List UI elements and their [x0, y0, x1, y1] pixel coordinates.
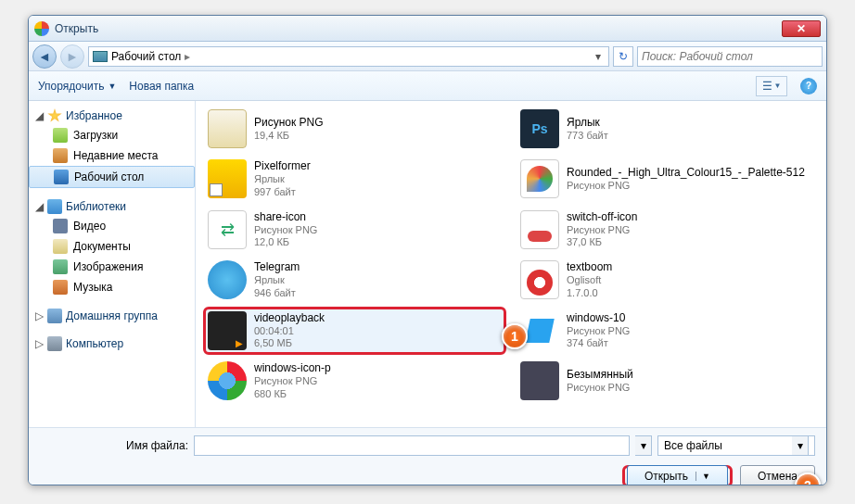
dialog-footer: Имя файла: ▾ Все файлы▾ Открыть ▼ Отмена… [29, 427, 826, 485]
file-item[interactable]: textboomOglisoft1.7.0.0 [516, 256, 819, 305]
file-subtext: Ярлык [254, 274, 300, 287]
file-name: share-icon [254, 210, 317, 224]
file-name: windows-icon-p [254, 361, 331, 375]
breadcrumb-dropdown[interactable]: ▾ [592, 50, 605, 63]
filetype-filter[interactable]: Все файлы▾ [657, 435, 815, 456]
file-subtext: 00:04:01 [254, 325, 325, 338]
file-thumbnail-icon [520, 361, 559, 400]
file-subtext: 680 КБ [254, 388, 331, 401]
file-thumbnail-icon [520, 210, 559, 249]
file-subtext: 6,50 МБ [254, 337, 325, 350]
expand-icon: ▷ [34, 309, 44, 322]
new-folder-button[interactable]: Новая папка [129, 80, 194, 93]
file-name: Rounded_-_High_Ultra_Colour15_-_Palette-… [567, 166, 805, 180]
file-name: Безымянный [567, 368, 633, 382]
libraries-icon [47, 199, 62, 214]
file-name: windows-10 [567, 311, 630, 325]
open-split-dropdown[interactable]: ▼ [695, 472, 710, 481]
sidebar-item-music[interactable]: Музыка [29, 277, 195, 297]
open-dialog: Открыть ✕ ◄ ► Рабочий стол ▸ ▾ ↻ Упорядо… [28, 15, 827, 485]
recent-icon [53, 148, 68, 163]
filename-history-dropdown[interactable]: ▾ [635, 435, 652, 456]
toolbar: Упорядочить▼ Новая папка ☰▼ ? [29, 71, 826, 101]
file-subtext: 1.7.0.0 [567, 287, 612, 300]
file-subtext: Рисунок PNG [567, 180, 805, 193]
close-button[interactable]: ✕ [782, 20, 821, 37]
homegroup-icon [47, 309, 62, 323]
file-name: Telegram [254, 260, 300, 274]
file-thumbnail-icon [208, 159, 247, 198]
file-item[interactable]: БезымянныйРисунок PNG [516, 357, 819, 406]
file-item[interactable]: windows-icon-pРисунок PNG680 КБ [203, 357, 506, 406]
file-item[interactable]: PixelformerЯрлык997 байт [203, 155, 506, 204]
file-thumbnail-icon [208, 361, 247, 400]
forward-button[interactable]: ► [60, 44, 84, 69]
file-subtext: 19,4 КБ [254, 130, 324, 143]
file-item[interactable]: windows-10Рисунок PNG374 байт [516, 307, 819, 356]
file-item[interactable]: PsЯрлык773 байт [516, 105, 819, 153]
file-name: Pixelformer [254, 159, 311, 173]
file-subtext: 37,0 КБ [567, 236, 637, 249]
downloads-icon [53, 128, 68, 143]
file-subtext: Рисунок PNG [567, 382, 633, 395]
file-item[interactable]: Рисунок PNG19,4 КБ [203, 105, 506, 153]
file-item[interactable]: ⇄share-iconРисунок PNG12,0 КБ [203, 206, 506, 255]
file-thumbnail-icon [520, 260, 559, 299]
file-name: switch-off-icon [567, 210, 637, 224]
file-subtext: 374 байт [567, 337, 630, 350]
music-icon [53, 280, 68, 295]
search-input[interactable] [637, 46, 823, 67]
file-name: textboom [567, 260, 612, 274]
sidebar-item-video[interactable]: Видео [29, 216, 195, 236]
file-thumbnail-icon: Ps [520, 109, 559, 148]
file-item[interactable]: switch-off-iconРисунок PNG37,0 КБ [516, 206, 819, 255]
help-button[interactable]: ? [800, 78, 817, 94]
titlebar: Открыть ✕ [29, 16, 826, 42]
video-icon [53, 219, 68, 233]
callout-1: 1 [502, 323, 528, 349]
sidebar-item-downloads[interactable]: Загрузки [29, 125, 195, 145]
sidebar-computer[interactable]: ▷ Компьютер [29, 334, 195, 353]
chevron-right-icon[interactable]: ▸ [185, 50, 190, 63]
file-thumbnail-icon: ⇄ [208, 210, 247, 249]
open-button[interactable]: Открыть ▼ [627, 465, 728, 485]
organize-menu[interactable]: Упорядочить▼ [38, 80, 116, 93]
nav-bar: ◄ ► Рабочий стол ▸ ▾ ↻ [29, 42, 826, 71]
file-subtext: Oglisoft [567, 274, 612, 287]
sidebar-favorites[interactable]: ◢ Избранное [29, 107, 195, 125]
file-name: Рисунок PNG [254, 116, 324, 130]
sidebar-item-documents[interactable]: Документы [29, 236, 195, 257]
sidebar-item-desktop[interactable]: Рабочий стол [29, 166, 195, 188]
file-thumbnail-icon [208, 311, 247, 350]
filename-input[interactable] [194, 435, 630, 456]
computer-icon [47, 336, 62, 351]
file-thumbnail-icon [208, 260, 247, 299]
view-options-button[interactable]: ☰▼ [756, 76, 787, 96]
breadcrumb[interactable]: Рабочий стол ▸ ▾ [88, 46, 609, 67]
back-button[interactable]: ◄ [32, 44, 57, 69]
chrome-icon [34, 21, 49, 36]
desktop-icon [93, 51, 108, 62]
file-subtext: 946 байт [254, 287, 300, 300]
file-list: Рисунок PNG19,4 КБPsЯрлык773 байтPixelfo… [196, 101, 826, 427]
sidebar-homegroup[interactable]: ▷ Домашняя группа [29, 307, 195, 325]
file-thumbnail-icon [520, 159, 559, 198]
sidebar-item-recent[interactable]: Недавние места [29, 145, 195, 166]
file-name: Ярлык [567, 116, 608, 130]
file-subtext: Рисунок PNG [567, 325, 630, 338]
window-title: Открыть [55, 22, 782, 35]
desktop-icon [54, 170, 69, 184]
file-subtext: Ярлык [254, 173, 311, 186]
file-item[interactable]: videoplayback00:04:016,50 МБ [203, 307, 506, 356]
sidebar-libraries[interactable]: ◢ Библиотеки [29, 197, 195, 216]
sidebar-item-images[interactable]: Изображения [29, 257, 195, 277]
refresh-button[interactable]: ↻ [613, 46, 633, 67]
file-item[interactable]: TelegramЯрлык946 байт [203, 256, 506, 305]
open-button-highlight: Открыть ▼ [622, 465, 733, 485]
file-thumbnail-icon [208, 109, 247, 148]
sidebar: ◢ Избранное Загрузки Недавние места Рабо… [29, 101, 196, 427]
file-item[interactable]: Rounded_-_High_Ultra_Colour15_-_Palette-… [516, 155, 819, 204]
file-subtext: Рисунок PNG [254, 375, 331, 388]
star-icon [47, 108, 62, 123]
collapse-icon: ◢ [34, 200, 44, 213]
